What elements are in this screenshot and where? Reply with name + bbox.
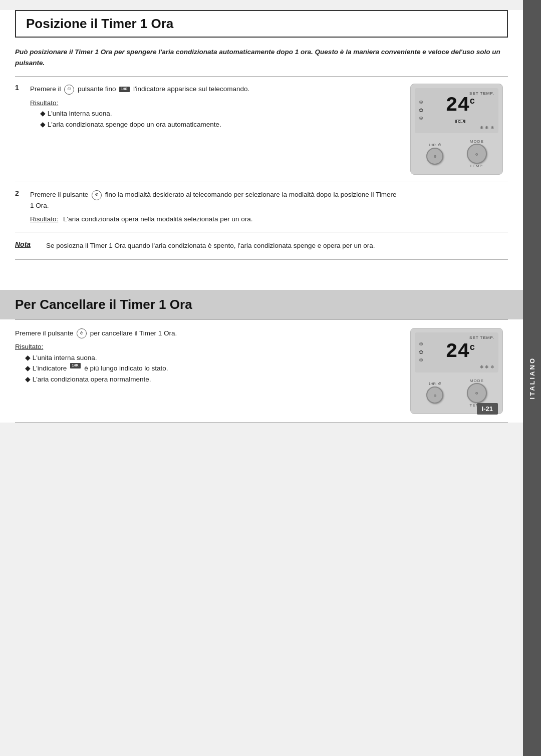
step2-spacer — [410, 189, 508, 225]
remote2-btn1hr-area: 1HR. ⏱ ◎ — [426, 382, 443, 404]
step1-result1: ◆ L'unita interna suona. — [40, 108, 249, 119]
page-number: I-21 — [477, 403, 498, 415]
remote2-set-temp-row: SET TEMP. — [419, 335, 494, 340]
nota-block: Nota Se posiozna il Timer 1 Ora quando l… — [0, 232, 523, 259]
remote2-temp-col: 24c — [426, 343, 494, 361]
remote1-btn1hr[interactable]: ◎ — [426, 148, 443, 165]
badge-1hr-step1: 1HR. — [119, 87, 130, 92]
section2-text: Premere il pulsante ⏱ per cancellare il … — [15, 328, 400, 414]
remote1-btn1hr-icon: ◎ — [434, 154, 436, 158]
section2-result1: ◆ L'unita interna suona. — [25, 352, 400, 363]
nota-label: Nota — [15, 240, 40, 248]
section1-title-bar: Posizione il Timer 1 Ora — [15, 10, 508, 38]
main-content: Posizione il Timer 1 Ora Può posizionare… — [0, 10, 523, 423]
step2-block: 2 Premere il pulsante ⏱ fino la modlaità… — [0, 182, 523, 232]
remote2-bottom-icons: ❄ ❄ ❄ — [419, 364, 494, 369]
step2-text: 2 Premere il pulsante ⏱ fino la modlaità… — [15, 189, 400, 225]
step2-row: 2 Premere il pulsante ⏱ fino la modlaità… — [15, 189, 400, 225]
section1-intro: Può posizionare il Timer 1 Ora per speng… — [15, 47, 508, 68]
remote1-btn-mode[interactable]: ◎ — [467, 144, 487, 164]
sidebar-text: ITALIANO — [528, 357, 536, 399]
section1-content: Può posizionare il Timer 1 Ora per speng… — [0, 38, 523, 76]
remote1-icon1: ❄ — [419, 99, 423, 106]
step1-desc: Premere il ⏱ pulsante fino 1HR. l'indica… — [30, 84, 249, 130]
remote1-image-area: SET TEMP. ❄ ✿ ❄ 24c — [410, 84, 508, 175]
remote1-btn1hr-area: 1HR. ⏱ ◎ — [426, 143, 443, 165]
step1-main-text: Premere il ⏱ pulsante fino 1HR. l'indica… — [30, 84, 249, 95]
section2-title: Per Cancellare il Timer 1 Ora — [15, 297, 508, 312]
section1-text-column: Può posizionare il Timer 1 Ora per speng… — [15, 47, 508, 76]
remote2-icon3: ❄ — [419, 357, 423, 363]
remote1-bottom-icon: ❄ ❄ ❄ — [480, 125, 494, 130]
spacer1 — [0, 260, 523, 290]
remote1-temp-label: TEMP. — [470, 164, 484, 168]
risultato2-label: Risultato: — [30, 215, 58, 223]
remote2-icon1: ❄ — [419, 341, 423, 347]
remote1-buttons: 1HR. ⏱ ◎ MODE ◎ TEMP. — [415, 137, 498, 170]
remote1-display: SET TEMP. ❄ ✿ ❄ 24c — [415, 88, 498, 133]
remote2-display: SET TEMP. ❄ ✿ ❄ 24c — [415, 332, 498, 372]
step1-risultato: Risultato: — [30, 98, 249, 109]
language-sidebar: ITALIANO — [523, 0, 541, 756]
remote1-main-row: ❄ ✿ ❄ 24c 1HR. — [419, 97, 494, 124]
step2-result1: L'aria condizionata opera nella modalità… — [63, 215, 253, 223]
remote2-mode-icon: ◎ — [475, 391, 478, 395]
btn-icon-mode-step2: ⏱ — [92, 190, 102, 200]
remote1-icon2: ✿ — [419, 107, 423, 114]
remote1-temp-col: 24c 1HR. — [426, 97, 494, 124]
remote2: SET TEMP. ❄ ✿ ❄ 24c — [410, 328, 503, 414]
remote2-btn1hr[interactable]: ◎ — [426, 387, 443, 404]
remote2-icons: ❄ ✿ ❄ — [419, 341, 423, 363]
remote2-main-row: ❄ ✿ ❄ 24c — [419, 341, 494, 363]
remote1-btnmode-area: MODE ◎ TEMP. — [467, 139, 487, 168]
step2-number: 2 — [15, 189, 25, 197]
remote2-set-temp-label: SET TEMP. — [469, 335, 494, 340]
step2-risultato: Risultato: L'aria condizionata opera nel… — [30, 214, 400, 225]
remote1-btn1hr-label: 1HR. ⏱ — [429, 143, 441, 147]
btn-icon-1hr-sec2: ⏱ — [77, 328, 87, 338]
remote2-btn1hr-icon: ◎ — [434, 394, 436, 397]
remote1: SET TEMP. ❄ ✿ ❄ 24c — [410, 84, 503, 175]
remote2-icon2: ✿ — [419, 349, 423, 355]
step1-number: 1 — [15, 84, 25, 92]
section2-step-text: Premere il pulsante ⏱ per cancellare il … — [15, 328, 400, 339]
section2-result2: ◆ L'indicatore 1HR. è più lungo indicato… — [25, 363, 400, 374]
step1-result2: ◆ L'aria condizionata spenge dopo un ora… — [40, 119, 249, 130]
risultato1-label: Risultato: — [30, 99, 58, 107]
remote1-icon3: ❄ — [419, 115, 423, 122]
remote1-temp-value: 24c — [446, 94, 475, 117]
step1-row: 1 Premere il ⏱ pulsante fino 1HR. l'indi… — [15, 84, 400, 130]
remote2-btn-mode[interactable]: ◎ — [467, 383, 487, 403]
remote1-mode-icon: ◎ — [475, 152, 478, 156]
btn-icon-1hr-step1: ⏱ — [64, 85, 74, 95]
section2-risultato: Risultato: — [15, 341, 400, 352]
remote2-btn1hr-label: 1HR. ⏱ — [429, 382, 441, 386]
remote2-bottom-icon: ❄ ❄ ❄ — [480, 364, 494, 369]
section2-content: Premere il pulsante ⏱ per cancellare il … — [0, 320, 523, 422]
nota-text: Se posiozna il Timer 1 Ora quando l'aria… — [46, 240, 375, 251]
remote2-temp-value: 24c — [446, 340, 475, 363]
remote1-degree: c — [470, 96, 475, 106]
divider6 — [15, 422, 508, 423]
remote2-degree: c — [470, 342, 475, 352]
remote1-bottom-icons: ❄ ❄ ❄ — [419, 125, 494, 130]
remote1-icons: ❄ ✿ ❄ — [419, 99, 423, 122]
remote2-mode-label: MODE — [470, 379, 484, 383]
step1-text: 1 Premere il ⏱ pulsante fino 1HR. l'indi… — [15, 84, 400, 175]
section1-title: Posizione il Timer 1 Ora — [26, 16, 497, 32]
section2-title-bar: Per Cancellare il Timer 1 Ora — [0, 290, 523, 319]
step2-desc-area: Premere il pulsante ⏱ fino la modlaità d… — [30, 189, 400, 225]
remote1-hr-indicator: 1HR. — [426, 116, 494, 124]
section2-badge: 1HR. — [70, 363, 81, 368]
remote2-image-area: SET TEMP. ❄ ✿ ❄ 24c — [410, 328, 508, 414]
section2-risultato-label: Risultato: — [15, 343, 43, 350]
step1-block: 1 Premere il ⏱ pulsante fino 1HR. l'indi… — [0, 77, 523, 182]
section2-result3: ◆ L'aria condizionata opera normalmente. — [25, 374, 400, 385]
remote1-mode-label: MODE — [470, 139, 484, 144]
step2-main-text: Premere il pulsante ⏱ fino la modlaità d… — [30, 189, 400, 211]
